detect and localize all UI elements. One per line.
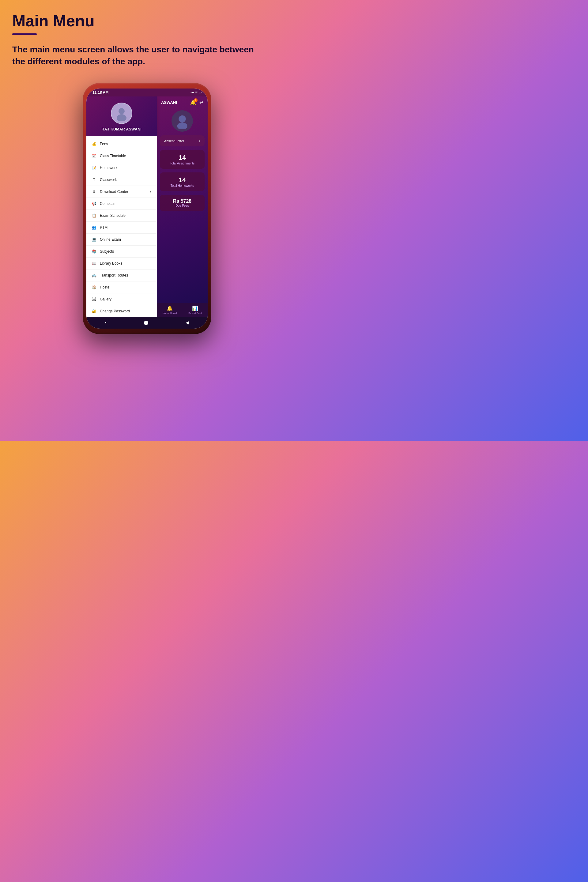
menu-item-download[interactable]: Download Center ▼ [86,186,157,198]
nav-report-card[interactable]: 📊 Report Card [188,305,202,315]
menu-item-timetable[interactable]: Class Timetable [86,150,157,162]
library-icon [91,261,97,266]
complain-label: Complain [100,201,116,206]
content-header: ASWANI 🔔 3 ↩ [157,96,208,108]
menu-item-gallery[interactable]: Gallery [86,293,157,305]
title-underline [12,33,37,35]
battery-icon: ▭ [199,91,201,94]
exam-icon [91,213,97,218]
classwork-label: Classwork [100,178,117,182]
online-icon [91,237,97,242]
svg-point-2 [178,115,186,122]
android-nav-bar: ▪ ⬤ ◀ [86,317,208,328]
menu-item-fees[interactable]: Fees [86,138,157,150]
fees-label: Due Fees [164,204,200,207]
phone-screen: 11:18 AM ▪▪▪ ≋ ▭ [86,88,208,328]
page-title: Main Menu [12,12,282,30]
phone-mockup: 11:18 AM ▪▪▪ ≋ ▭ [82,83,212,334]
android-back-btn[interactable]: ◀ [186,320,189,325]
report-card-icon: 📊 [192,305,198,311]
menu-item-subjects[interactable]: Subjects [86,246,157,258]
avatar-icon [114,106,129,121]
logout-button[interactable]: ↩ [200,99,203,105]
transport-label: Transport Routes [100,273,128,278]
drawer-menu: RAJ KUMAR ASWANI Fees Class Timetable [86,96,157,317]
library-label: Library Books [100,261,122,266]
content-user-name: ASWANI [161,100,177,105]
gallery-label: Gallery [100,297,111,302]
status-time: 11:18 AM [93,90,108,94]
fees-icon [91,141,97,147]
ptm-label: PTM [100,225,108,230]
menu-item-exam[interactable]: Exam Schedule [86,210,157,222]
homework-icon [91,165,97,171]
page-wrapper: Main Menu The main menu screen allows th… [0,0,294,346]
fees-card[interactable]: Rs 5728 Due Fees [160,195,205,211]
homeworks-value: 14 [164,176,200,184]
hostel-label: Hostel [100,285,110,290]
menu-item-classwork[interactable]: Classwork [86,174,157,186]
menu-item-transport[interactable]: Transport Routes [86,270,157,282]
assignments-value: 14 [164,154,200,162]
complain-icon [91,201,97,206]
svg-point-0 [118,108,124,114]
menu-item-hostel[interactable]: Hostel [86,282,157,293]
menu-item-library[interactable]: Library Books [86,258,157,270]
page-subtitle: The main menu screen allows the user to … [12,44,263,68]
ptm-icon [91,225,97,230]
menu-item-homework[interactable]: Homework [86,162,157,174]
absent-letter-label: Absent Letter [164,139,184,143]
drawer-avatar [111,103,132,124]
drawer-user-name: RAJ KUMAR ASWANI [102,127,142,131]
subjects-label: Subjects [100,249,114,254]
drawer-header: RAJ KUMAR ASWANI [86,96,157,136]
password-label: Change Password [100,309,130,313]
password-icon [91,308,97,314]
exam-label: Exam Schedule [100,213,126,218]
gallery-icon [91,297,97,302]
hostel-icon [91,285,97,290]
android-square-btn[interactable]: ▪ [105,320,106,325]
signal-icon: ▪▪▪ [190,91,194,94]
fees-label: Fees [100,142,108,146]
notice-board-label: Notice Board [163,312,177,315]
content-avatar [171,110,193,132]
status-bar: 11:18 AM ▪▪▪ ≋ ▭ [86,88,208,96]
notification-button[interactable]: 🔔 3 [190,99,196,105]
menu-list: Fees Class Timetable Homework [86,136,157,317]
arrow-right-icon: › [199,138,200,143]
wifi-icon: ≋ [195,91,198,94]
transport-icon [91,273,97,278]
status-icons: ▪▪▪ ≋ ▭ [190,91,201,94]
content-avatar-icon [175,113,190,129]
android-home-btn[interactable]: ⬤ [144,320,148,325]
timetable-icon [91,153,97,159]
timetable-label: Class Timetable [100,154,126,158]
assignments-label: Total Assignments [164,162,200,165]
menu-item-complain[interactable]: Complain [86,198,157,210]
screen-body: RAJ KUMAR ASWANI Fees Class Timetable [86,96,208,317]
nav-notice-board[interactable]: 🔔 Notice Board [163,305,177,315]
svg-point-1 [117,114,126,121]
report-card-label: Report Card [188,312,202,315]
menu-item-ptm[interactable]: PTM [86,222,157,234]
bottom-nav: 🔔 Notice Board 📊 Report Card [157,303,208,317]
download-label: Download Center [100,190,128,194]
fees-value: Rs 5728 [164,198,200,204]
menu-item-password[interactable]: Change Password [86,305,157,317]
assignments-card[interactable]: 14 Total Assignments [160,150,205,169]
header-icons: 🔔 3 ↩ [190,99,203,105]
notification-badge: 3 [194,98,198,102]
content-pane: ASWANI 🔔 3 ↩ [157,96,208,317]
homework-label: Homework [100,166,117,170]
chevron-down-icon: ▼ [149,190,152,193]
download-icon [91,189,97,195]
menu-item-online[interactable]: Online Exam [86,234,157,246]
homeworks-label: Total Homeworks [164,184,200,188]
classwork-icon [91,177,97,183]
homeworks-card[interactable]: 14 Total Homeworks [160,172,205,191]
online-label: Online Exam [100,237,121,242]
svg-point-3 [177,123,187,129]
notice-board-icon: 🔔 [166,305,173,311]
absent-letter-card[interactable]: Absent Letter › [160,135,205,146]
